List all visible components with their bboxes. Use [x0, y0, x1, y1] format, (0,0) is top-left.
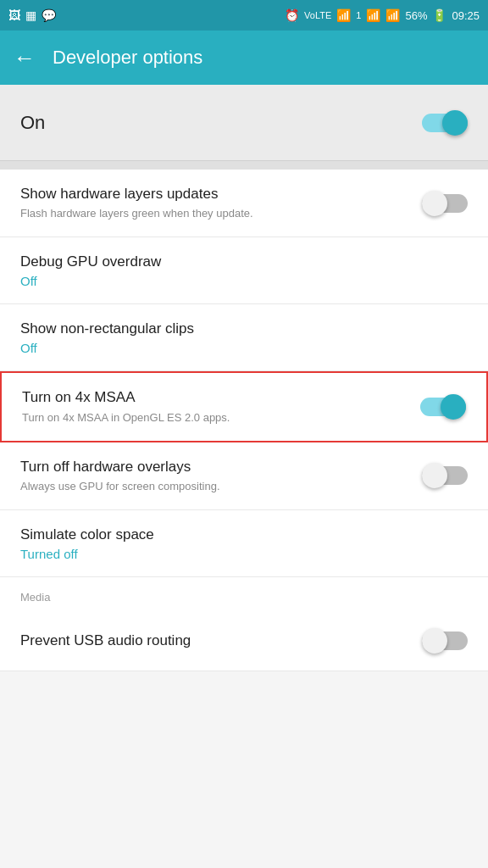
- alarm-icon: ⏰: [285, 8, 299, 22]
- toggle-turn-off-hardware-overlays[interactable]: [422, 463, 468, 488]
- setting-turn-off-hardware-overlays-text: Turn off hardware overlays Always use GP…: [20, 458, 422, 494]
- signal-icon: 📶: [366, 8, 380, 22]
- back-button[interactable]: ←: [14, 45, 36, 71]
- setting-debug-gpu-overdraw-title: Debug GPU overdraw: [20, 253, 454, 271]
- setting-turn-off-hardware-overlays[interactable]: Turn off hardware overlays Always use GP…: [0, 442, 488, 510]
- setting-turn-off-hardware-overlays-subtitle: Always use GPU for screen compositing.: [20, 479, 408, 494]
- master-toggle-label: On: [20, 112, 45, 134]
- setting-debug-gpu-overdraw-text: Debug GPU overdraw Off: [20, 253, 468, 288]
- toggle-show-hardware-layers[interactable]: [422, 191, 468, 216]
- app-bar-title: Developer options: [53, 47, 202, 69]
- setting-turn-on-4x-msaa-subtitle: Turn on 4x MSAA in OpenGL ES 2.0 apps.: [22, 410, 407, 426]
- sim-icon: 1: [356, 10, 361, 20]
- toggle-prevent-usb-audio-routing-thumb: [422, 628, 447, 654]
- setting-turn-on-4x-msaa-title: Turn on 4x MSAA: [22, 388, 407, 407]
- setting-prevent-usb-audio-routing[interactable]: Prevent USB audio routing: [0, 610, 488, 671]
- clock: 09:25: [452, 9, 480, 22]
- status-bar-right: ⏰ VoLTE 📶 1 📶 📶 56% 🔋 09:25: [285, 8, 480, 22]
- setting-show-hardware-layers-text: Show hardware layers updates Flash hardw…: [20, 185, 422, 221]
- app-bar: ← Developer options: [0, 31, 488, 85]
- lte-icon: VoLTE: [304, 10, 331, 20]
- whatsapp-icon: 💬: [42, 8, 56, 22]
- status-bar: 🖼 ▦ 💬 ⏰ VoLTE 📶 1 📶 📶 56% 🔋 09:25: [0, 0, 488, 31]
- setting-debug-gpu-overdraw-value: Off: [20, 274, 454, 288]
- setting-debug-gpu-overdraw[interactable]: Debug GPU overdraw Off: [0, 237, 488, 304]
- signal2-icon: 📶: [385, 8, 400, 22]
- battery-percentage: 56%: [405, 9, 427, 22]
- settings-list: Show hardware layers updates Flash hardw…: [0, 170, 488, 671]
- setting-turn-on-4x-msaa-text: Turn on 4x MSAA Turn on 4x MSAA in OpenG…: [22, 388, 420, 425]
- setting-simulate-color-space-title: Simulate color space: [20, 526, 454, 544]
- toggle-prevent-usb-audio-routing[interactable]: [422, 628, 468, 654]
- setting-show-non-rectangular-clips-title: Show non-rectangular clips: [20, 320, 454, 338]
- setting-prevent-usb-audio-routing-text: Prevent USB audio routing: [20, 632, 422, 650]
- section-divider: [0, 161, 488, 170]
- setting-simulate-color-space[interactable]: Simulate color space Turned off: [0, 510, 488, 577]
- setting-turn-off-hardware-overlays-title: Turn off hardware overlays: [20, 458, 408, 476]
- content: On Show hardware layers updates Flash ha…: [0, 85, 488, 671]
- setting-show-hardware-layers-title: Show hardware layers updates: [20, 185, 408, 203]
- wifi-icon: 📶: [336, 8, 351, 22]
- setting-show-non-rectangular-clips-text: Show non-rectangular clips Off: [20, 320, 468, 355]
- master-toggle-switch[interactable]: [422, 110, 468, 136]
- toggle-turn-on-4x-msaa[interactable]: [420, 394, 466, 420]
- status-bar-left: 🖼 ▦ 💬: [8, 8, 56, 22]
- setting-simulate-color-space-value: Turned off: [20, 547, 454, 561]
- setting-show-hardware-layers[interactable]: Show hardware layers updates Flash hardw…: [0, 170, 488, 237]
- setting-turn-on-4x-msaa[interactable]: Turn on 4x MSAA Turn on 4x MSAA in OpenG…: [0, 371, 488, 442]
- battery-icon: 🔋: [432, 8, 446, 22]
- toggle-show-hardware-layers-thumb: [422, 191, 447, 216]
- grid-icon: ▦: [25, 8, 36, 22]
- setting-show-non-rectangular-clips-value: Off: [20, 341, 454, 355]
- image-icon: 🖼: [8, 8, 20, 22]
- setting-show-non-rectangular-clips[interactable]: Show non-rectangular clips Off: [0, 304, 488, 371]
- setting-simulate-color-space-text: Simulate color space Turned off: [20, 526, 468, 561]
- section-header-media: Media: [0, 577, 488, 610]
- toggle-turn-on-4x-msaa-thumb: [441, 394, 466, 420]
- master-toggle-thumb: [442, 110, 468, 136]
- master-toggle-row[interactable]: On: [0, 85, 488, 161]
- setting-prevent-usb-audio-routing-title: Prevent USB audio routing: [20, 632, 408, 650]
- setting-show-hardware-layers-subtitle: Flash hardware layers green when they up…: [20, 206, 408, 221]
